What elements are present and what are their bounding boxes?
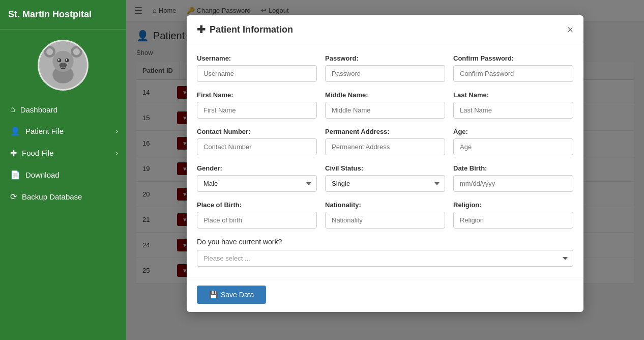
svg-point-10: [66, 59, 67, 61]
age-input[interactable]: [453, 138, 573, 155]
sidebar-item-patient-file[interactable]: 👤 Patient File ›: [0, 120, 126, 142]
form-group-civil-status: Civil Status: Single Married Widowed Sep…: [325, 164, 445, 192]
home-icon: ⌂: [10, 105, 15, 114]
sidebar-item-label-download: Download: [25, 171, 60, 179]
modal-body: Username: Password: Confirm Password:: [187, 44, 583, 277]
chevron-right-icon-food: ›: [116, 150, 118, 157]
form-group-contact-number: Contact Number:: [197, 128, 317, 155]
place-of-birth-input[interactable]: [197, 212, 317, 229]
plus-title-icon: ✚: [197, 23, 206, 36]
svg-point-11: [59, 63, 67, 67]
religion-label: Religion:: [453, 201, 573, 209]
form-group-religion: Religion:: [453, 201, 573, 229]
sidebar-item-dashboard[interactable]: ⌂ Dashboard: [0, 99, 126, 120]
nationality-input[interactable]: [325, 212, 445, 229]
form-row-gender: Gender: Male Female Civil Status: Single…: [197, 164, 573, 192]
password-input[interactable]: [325, 65, 445, 82]
form-group-permanent-address: Permanent Address:: [325, 128, 445, 155]
sidebar: St. Martin Hostpital: [0, 0, 126, 340]
form-group-place-of-birth: Place of Birth:: [197, 201, 317, 229]
middle-name-input[interactable]: [325, 102, 445, 119]
sidebar-item-label-dashboard: Dashboard: [20, 105, 57, 114]
sidebar-title: St. Martin Hostpital: [0, 0, 126, 30]
form-row-birth: Place of Birth: Nationality: Religion:: [197, 201, 573, 229]
nationality-label: Nationality:: [325, 201, 445, 209]
form-row-credentials: Username: Password: Confirm Password:: [197, 54, 573, 82]
confirm-password-label: Confirm Password:: [453, 54, 573, 62]
permanent-address-label: Permanent Address:: [325, 128, 445, 135]
avatar: [38, 40, 89, 91]
civil-status-select[interactable]: Single Married Widowed Separated: [325, 175, 445, 192]
work-question-section: Do you have current work? Please select …: [197, 238, 573, 267]
permanent-address-input[interactable]: [325, 138, 445, 155]
gender-select[interactable]: Male Female: [197, 175, 317, 192]
modal-close-button[interactable]: ×: [567, 24, 573, 35]
gender-label: Gender:: [197, 164, 317, 172]
sidebar-nav: ⌂ Dashboard 👤 Patient File › ✚ Food File…: [0, 99, 126, 208]
svg-point-4: [46, 48, 53, 55]
contact-number-input[interactable]: [197, 138, 317, 155]
form-group-age: Age:: [453, 128, 573, 155]
place-of-birth-label: Place of Birth:: [197, 201, 317, 209]
svg-point-9: [58, 59, 60, 61]
form-group-middle-name: Middle Name:: [325, 91, 445, 119]
svg-point-6: [73, 48, 80, 55]
users-icon: 👤: [10, 126, 20, 136]
sidebar-item-label-patient-file: Patient File: [25, 127, 64, 135]
form-group-date-birth: Date Birth:: [453, 164, 573, 192]
modal-footer: 💾 Save Data: [187, 277, 583, 312]
modal-overlay: ✚ Patient Information × Username: Passwo…: [126, 0, 644, 340]
date-birth-label: Date Birth:: [453, 164, 573, 172]
form-row-contact: Contact Number: Permanent Address: Age:: [197, 128, 573, 155]
form-group-gender: Gender: Male Female: [197, 164, 317, 192]
sidebar-item-food-file[interactable]: ✚ Food File ›: [0, 142, 126, 164]
sidebar-item-label-backup: Backup Database: [22, 192, 82, 201]
main-content: ☰ ⌂ Home 🔑 Change Password ↩ Logout 👤 Pa…: [126, 0, 644, 340]
chevron-right-icon: ›: [116, 128, 118, 135]
work-question-label: Do you have current work?: [197, 238, 573, 246]
save-button[interactable]: 💾 Save Data: [197, 286, 266, 304]
form-group-password: Password:: [325, 54, 445, 82]
last-name-input[interactable]: [453, 102, 573, 119]
plus-icon: ✚: [10, 148, 17, 158]
form-group-confirm-password: Confirm Password:: [453, 54, 573, 82]
work-select[interactable]: Please select ... Yes No: [197, 250, 573, 267]
save-icon: 💾: [209, 291, 218, 299]
form-group-last-name: Last Name:: [453, 91, 573, 119]
last-name-label: Last Name:: [453, 91, 573, 99]
password-label: Password:: [325, 54, 445, 62]
first-name-input[interactable]: [197, 102, 317, 119]
date-birth-input[interactable]: [453, 175, 573, 192]
modal-title: ✚ Patient Information: [197, 23, 293, 36]
contact-number-label: Contact Number:: [197, 128, 317, 135]
sidebar-item-backup[interactable]: ⟳ Backup Database: [0, 186, 126, 208]
form-row-names: First Name: Middle Name: Last Name:: [197, 91, 573, 119]
age-label: Age:: [453, 128, 573, 135]
first-name-label: First Name:: [197, 91, 317, 99]
form-group-nationality: Nationality:: [325, 201, 445, 229]
sidebar-item-label-food-file: Food File: [22, 149, 54, 157]
modal-header: ✚ Patient Information ×: [187, 15, 583, 44]
middle-name-label: Middle Name:: [325, 91, 445, 99]
refresh-icon: ⟳: [10, 192, 17, 202]
username-label: Username:: [197, 54, 317, 62]
sidebar-avatar-container: [0, 30, 126, 99]
religion-input[interactable]: [453, 212, 573, 229]
civil-status-label: Civil Status:: [325, 164, 445, 172]
sidebar-item-download[interactable]: 📄 Download: [0, 164, 126, 186]
file-icon: 📄: [10, 170, 20, 180]
patient-info-modal: ✚ Patient Information × Username: Passwo…: [187, 15, 583, 312]
form-group-first-name: First Name:: [197, 91, 317, 119]
confirm-password-input[interactable]: [453, 65, 573, 82]
username-input[interactable]: [197, 65, 317, 82]
form-group-username: Username:: [197, 54, 317, 82]
avatar-image: [39, 40, 87, 91]
